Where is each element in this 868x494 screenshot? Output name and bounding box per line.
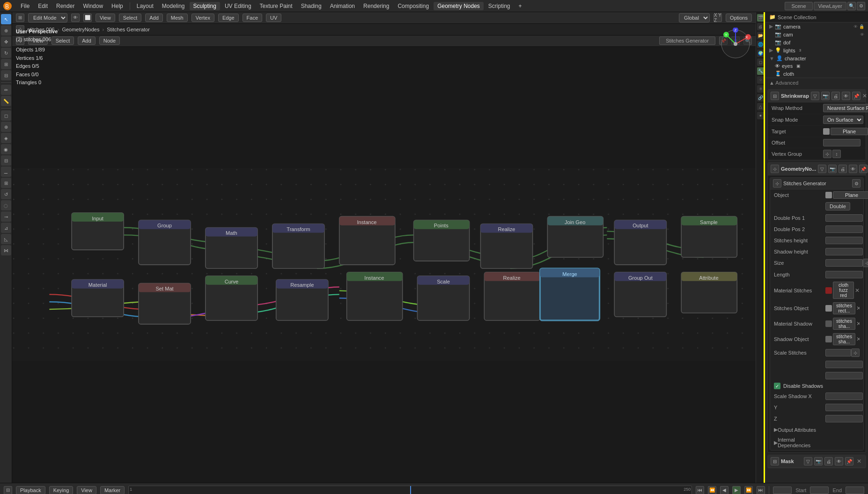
scene-selector[interactable]: Scene — [785, 2, 813, 10]
view-layer-selector[interactable]: ViewLayer — [814, 2, 846, 10]
menu-render[interactable]: Render — [52, 2, 78, 10]
material-properties-icon[interactable]: ● — [757, 112, 765, 119]
shrinkwrap-camera-icon[interactable]: 📷 — [821, 92, 830, 100]
vertex-group-arrows[interactable]: ↕ — [832, 150, 841, 158]
node-canvas[interactable]: Input Group Math Transform Instance — [12, 47, 756, 483]
workspace-add-tab[interactable]: + — [515, 2, 526, 10]
geonodes-camera-icon[interactable]: 📷 — [828, 165, 837, 173]
xyz-snap[interactable]: X Y Z — [714, 14, 722, 22]
sg-shadow-obj-clear[interactable]: ✕ — [856, 335, 860, 343]
shrinkwrap-close-btn[interactable]: ✕ — [862, 92, 867, 100]
knife-tool[interactable]: ⚊ — [1, 167, 11, 177]
keying-menu[interactable]: Keying — [49, 486, 74, 494]
view-menu[interactable]: View — [96, 14, 115, 22]
sg-scale-y-input[interactable]: 0.598 — [825, 361, 863, 368]
collection-cloth[interactable]: 🧵 cloth — [765, 70, 868, 78]
settings-btn[interactable]: ⚙ — [857, 2, 865, 10]
spin-tool[interactable]: ↺ — [1, 189, 11, 199]
sg-scale-shadow-y-input[interactable]: 1.000 — [825, 404, 863, 411]
workspace-tab-geometry-nodes[interactable]: Geometry Nodes — [434, 2, 484, 10]
object-properties-icon[interactable]: ◻ — [757, 58, 765, 66]
viewport-overlay-icon[interactable]: 👁 — [71, 14, 80, 22]
sg-size-expand[interactable]: ⊹ — [863, 259, 868, 267]
uv-menu[interactable]: UV — [266, 14, 281, 22]
rotate-tool[interactable]: ↻ — [1, 48, 11, 58]
sg-internal-dep-toggle[interactable]: ▶ — [774, 440, 778, 446]
annotate-tool[interactable]: ✏ — [1, 85, 11, 95]
sg-size-input[interactable]: 0.024 — [825, 259, 863, 267]
workspace-tab-rendering[interactable]: Rendering — [360, 2, 393, 10]
menu-window[interactable]: Window — [79, 2, 107, 10]
geonodes-visibility-icon[interactable]: 👁 — [849, 165, 857, 173]
prev-keyframe-btn[interactable]: ⏪ — [708, 486, 716, 494]
output-properties-icon[interactable]: 🖨 — [757, 23, 765, 30]
geonodes-icon[interactable]: ⊹ — [771, 165, 779, 173]
sg-mat-shadow-clear[interactable]: ✕ — [856, 320, 860, 327]
marker-menu[interactable]: Marker — [100, 486, 125, 494]
sg-scale-shadow-z-input[interactable]: 1.000 — [825, 415, 863, 422]
object-data-icon[interactable]: △ — [757, 103, 765, 110]
vertex-menu[interactable]: Vertex — [191, 14, 214, 22]
extrude-tool[interactable]: ⊕ — [1, 122, 11, 132]
offset-input[interactable]: 0 m — [823, 139, 861, 146]
shrinkwrap-pin-icon[interactable]: 📌 — [852, 92, 861, 100]
next-keyframe-btn[interactable]: ⏩ — [744, 486, 753, 494]
jump-end-btn[interactable]: ⏭ — [757, 486, 765, 494]
add-cube-tool[interactable]: ◻ — [1, 110, 11, 121]
geonodes-filter-icon[interactable]: ▽ — [818, 165, 826, 173]
workspace-tab-layout[interactable]: Layout — [133, 2, 157, 10]
add-menu[interactable]: Add — [145, 14, 163, 22]
play-btn[interactable]: ▶ — [732, 486, 741, 494]
sg-length-input[interactable]: 0.037 m — [825, 271, 863, 278]
collection-eyes[interactable]: 👁 eyes ▣ — [765, 62, 868, 70]
particles-properties-icon[interactable]: ⁘ — [757, 76, 765, 84]
bevel-tool[interactable]: ◉ — [1, 144, 11, 154]
shrink-fatten-tool[interactable]: ⊿ — [1, 223, 11, 233]
sg-double-btn[interactable]: Double — [825, 202, 850, 211]
workspace-tab-sculpting[interactable]: Sculpting — [190, 2, 220, 10]
sg-double-pos1-input[interactable]: -0.350 — [825, 214, 863, 222]
node-name-field[interactable]: Stitches Generator — [659, 36, 715, 45]
sg-stitches-height-input[interactable]: 0.928 — [825, 237, 863, 244]
inset-tool[interactable]: ◈ — [1, 133, 11, 143]
sg-output-attr-toggle[interactable]: ▶ — [774, 427, 778, 433]
playback-menu[interactable]: Playback — [16, 486, 45, 494]
workspace-tab-uv-editing[interactable]: UV Editing — [221, 2, 255, 10]
modifier-properties-icon[interactable]: 🔧 — [757, 67, 765, 75]
end-frame-input[interactable]: 250 — [846, 487, 864, 494]
scale-tool[interactable]: ⊞ — [1, 59, 11, 69]
move-tool[interactable]: ✥ — [1, 36, 11, 47]
sg-double-pos2-input[interactable]: 0.000 — [825, 225, 863, 233]
timeline-view-menu[interactable]: View — [77, 486, 96, 494]
physics-properties-icon[interactable]: ⚛ — [757, 85, 765, 93]
sg-scale-z-input[interactable]: 0.728 — [825, 372, 863, 379]
edge-slide-tool[interactable]: ⊸ — [1, 211, 11, 222]
mask-visibility-icon[interactable]: 👁 — [835, 457, 843, 465]
workspace-tab-modeling[interactable]: Modeling — [158, 2, 189, 10]
measure-tool[interactable]: 📏 — [1, 96, 11, 106]
sg-shadow-height-input[interactable]: 0.610 — [825, 248, 863, 255]
snap-mode-select[interactable]: On Surface — [823, 116, 863, 124]
mesh-menu[interactable]: Mesh — [167, 14, 188, 22]
reverse-play-btn[interactable]: ◀ — [720, 486, 728, 494]
collection-camera[interactable]: ▶ 📷 camera 👁 🔒 — [765, 22, 868, 30]
collection-lights[interactable]: ▶ 💡 lights 3 — [765, 46, 868, 54]
select-tool[interactable]: ↖ — [1, 14, 11, 24]
rip-tool[interactable]: ⋈ — [1, 245, 11, 255]
vertex-group-icon[interactable]: ⊹ — [823, 150, 831, 158]
jump-start-btn[interactable]: ⏮ — [696, 486, 704, 494]
sg-disable-shadows-checkbox[interactable]: ✓ — [774, 383, 780, 389]
geonodes-pin-icon[interactable]: 📌 — [859, 165, 868, 173]
viewport-icon[interactable]: ⊞ — [16, 14, 24, 22]
menu-help[interactable]: Help — [108, 2, 127, 10]
edge-menu[interactable]: Edge — [218, 14, 239, 22]
select-menu[interactable]: Select — [119, 14, 142, 22]
current-frame-input[interactable]: 210 — [773, 487, 792, 494]
scene-properties-icon[interactable]: 🌐 — [757, 41, 765, 48]
stitches-gen-settings[interactable]: ⚙ — [852, 179, 861, 188]
mask-render-icon[interactable]: 🖨 — [824, 457, 833, 465]
poly-build-tool[interactable]: ⊞ — [1, 178, 11, 188]
shrinkwrap-filter-icon[interactable]: ▽ — [811, 92, 819, 100]
collection-dof[interactable]: 📷 dof — [765, 38, 868, 46]
mask-filter-icon[interactable]: ▽ — [804, 457, 812, 465]
